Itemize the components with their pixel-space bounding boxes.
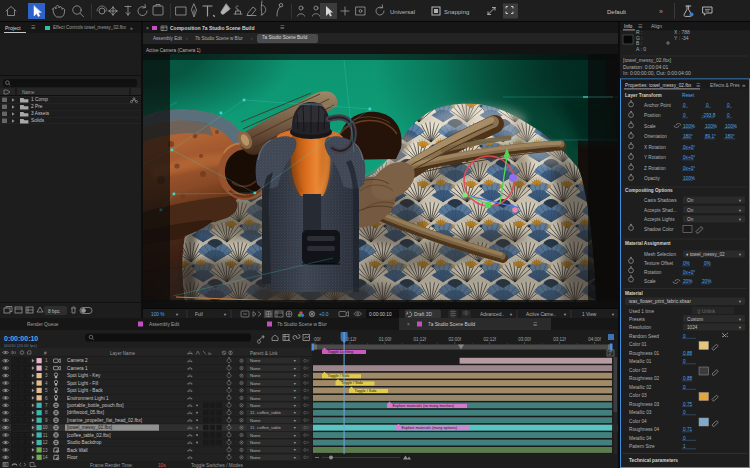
svg-text:▼: ▼ [293,411,297,415]
svg-text:▼: ▼ [293,404,297,408]
svg-text:-293.8: -293.8 [702,113,716,118]
svg-text:Render Queue: Render Queue [27,322,59,327]
svg-text:100%: 100% [705,124,717,129]
svg-text:3 Assets: 3 Assets [31,111,50,116]
svg-text:1: 1 [683,444,686,449]
svg-text:Metallic 04: Metallic 04 [629,436,652,441]
svg-text:On: On [687,198,694,203]
svg-text:▼: ▼ [738,198,742,203]
svg-text:Random Seed: Random Seed [629,334,659,339]
svg-text:Material: Material [625,291,643,296]
svg-text:Universal: Universal [390,9,415,15]
svg-text:Y Rotation: Y Rotation [644,155,666,160]
svg-text:Scale: Scale [644,124,656,129]
svg-text:6: 6 [45,396,48,401]
svg-text:13: 13 [42,448,48,453]
svg-text:Opacity: Opacity [644,176,661,181]
svg-text:03:00f: 03:00f [518,337,531,342]
svg-text:Advanced..: Advanced.. [480,312,504,317]
svg-text:[coffee_table_02.fbx]: [coffee_table_02.fbx] [67,433,110,438]
svg-text:In: 0:00:00:00, Out: 0:00:04:0: In: 0:00:00:00, Out: 0:00:04:00 [623,70,691,76]
svg-text:[towel_messy_02.fbx]: [towel_messy_02.fbx] [67,425,112,430]
svg-text:Explore materials (so many mes: Explore materials (so many meshes) [393,404,455,408]
svg-text:0.75: 0.75 [683,402,693,407]
svg-text:None: None [250,358,261,363]
svg-text:03:12f: 03:12f [553,337,566,342]
svg-text:Back Wall: Back Wall [67,448,88,453]
svg-text:0:00:00:10: 0:00:00:10 [369,312,392,317]
svg-text:01:12f: 01:12f [414,337,427,342]
svg-text:Metallic 01: Metallic 01 [629,359,652,364]
svg-text:01:00f: 01:00f [379,337,392,342]
svg-text:None: None [250,381,261,386]
svg-text:Y : -34: Y : -34 [674,35,689,41]
svg-text:None: None [250,388,261,393]
svg-text:#: # [44,351,47,356]
svg-text:Z Rotation: Z Rotation [644,166,666,171]
svg-text:▼: ▼ [738,325,742,330]
svg-text:▼: ▼ [293,419,297,423]
svg-text:▼: ▼ [293,448,297,452]
svg-text:14: 14 [42,455,48,460]
svg-text:1 View: 1 View [582,312,597,317]
svg-text:04:00f: 04:00f [588,337,601,342]
svg-text:Toggle / Solo: Toggle / Solo [355,389,377,393]
svg-text:11. coffee_table: 11. coffee_table [250,425,281,430]
svg-text:0: 0 [683,359,686,364]
svg-text:00010 (24.00 fps): 00010 (24.00 fps) [4,343,37,348]
svg-text:▼: ▼ [293,434,297,438]
svg-text:▼: ▼ [293,441,297,445]
svg-text:1024: 1024 [687,325,698,330]
svg-text:Color 02: Color 02 [629,368,647,373]
svg-text:0.71: 0.71 [683,427,693,432]
svg-text:▼: ▼ [293,456,297,460]
svg-text:Presets: Presets [629,317,646,322]
svg-text:▼: ▼ [738,299,742,304]
svg-text:100%: 100% [725,124,737,129]
svg-text:Roughness 03: Roughness 03 [629,402,660,407]
svg-text:02:12f: 02:12f [483,337,496,342]
svg-text:Snapping: Snapping [444,9,469,15]
svg-text:A : 0: A : 0 [636,46,646,52]
svg-text:[towel_messy_02.fbx]: [towel_messy_02.fbx] [623,57,672,63]
svg-text:7b Studio Scene w Blur: 7b Studio Scene w Blur [277,322,327,327]
svg-text:[marine_propeller_flat_head_02: [marine_propeller_flat_head_02.fbx] [67,418,142,423]
svg-text:Resolution: Resolution [629,325,652,330]
svg-text:Explore materials (many option: Explore materials (many options) [402,426,458,430]
svg-text:20%: 20% [702,279,711,284]
svg-text:On: On [687,208,694,213]
svg-text:⌚︎ Unlink: ⌚︎ Unlink [697,309,716,314]
svg-text:0: 0 [683,334,686,339]
svg-text:Solids: Solids [31,118,45,123]
svg-text:Reset: Reset [682,93,695,98]
svg-text:▼: ▼ [293,426,297,430]
svg-text:Rotation: Rotation [644,270,662,275]
svg-text:Camera 1: Camera 1 [67,366,88,371]
svg-text:0: 0 [683,103,686,108]
svg-text:Texture Offset: Texture Offset [644,261,674,266]
svg-text:1: 1 [45,358,48,363]
svg-text:Parent & Link: Parent & Link [250,351,278,356]
svg-text:Camera 2: Camera 2 [67,358,88,363]
svg-text:0: 0 [727,103,730,108]
svg-text:0x+0°: 0x+0° [683,145,695,150]
svg-text:▼: ▼ [293,396,297,400]
svg-text:▼: ▼ [611,312,615,317]
svg-text:None: None [250,418,261,423]
svg-text:8 bpc: 8 bpc [48,309,60,314]
svg-text:0x+0°: 0x+0° [683,166,695,171]
svg-text:0: 0 [683,436,686,441]
svg-text:Frame Render Time:: Frame Render Time: [90,463,133,468]
svg-text:Roughness 01: Roughness 01 [629,351,660,356]
svg-text:Draft 3D: Draft 3D [414,312,432,317]
svg-text:▼: ▼ [738,252,742,257]
svg-text:100 %: 100 % [151,312,165,317]
svg-text:▼: ▼ [509,312,513,317]
svg-text:×: × [407,322,410,327]
svg-text:»: » [659,8,663,15]
svg-text:Roughness 02: Roughness 02 [629,376,660,381]
svg-text:+0.0: +0.0 [319,312,329,317]
svg-text:0x+0°: 0x+0° [683,155,695,160]
svg-text:12: 12 [42,440,48,445]
svg-text:▼: ▼ [293,389,297,393]
